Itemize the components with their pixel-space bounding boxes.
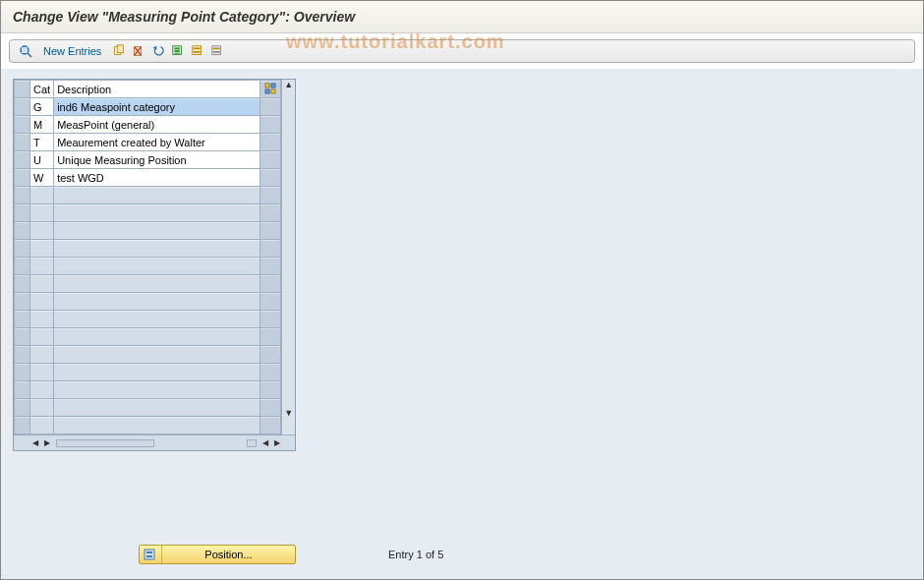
table-row-empty[interactable] (15, 258, 281, 275)
horizontal-scrollbar[interactable]: ◀ ▶ ◀ ▶ (14, 435, 295, 450)
detail-icon[interactable] (18, 43, 33, 59)
svg-rect-10 (175, 48, 180, 50)
row-selector[interactable] (15, 116, 30, 134)
table-row-empty[interactable] (15, 417, 281, 435)
page-title: Change View "Measuring Point Category": … (13, 9, 911, 25)
select-all-column-header[interactable] (15, 81, 30, 98)
new-entries-button[interactable]: New Entries (43, 45, 101, 57)
cell-description[interactable]: Meaurement created by Walter (54, 134, 260, 151)
svg-rect-4 (118, 45, 124, 53)
position-button[interactable]: Position... (139, 545, 296, 564)
scroll-left-icon[interactable]: ◀ (260, 438, 270, 447)
svg-rect-21 (265, 89, 269, 93)
delete-icon[interactable] (131, 43, 146, 59)
cell-description[interactable]: MeasPoint (general) (54, 116, 260, 134)
cell-description[interactable]: Unique Measuring Position (54, 151, 260, 169)
table-row-empty[interactable] (15, 381, 281, 399)
table-row-empty[interactable] (15, 399, 281, 417)
svg-rect-24 (146, 551, 152, 553)
header: Change View "Measuring Point Category": … (1, 1, 923, 33)
scroll-down-icon[interactable]: ▼ (282, 408, 295, 422)
table-row-empty[interactable] (15, 293, 281, 311)
content-area: Cat Description G ind6 Measpoint categor… (1, 69, 923, 580)
table-row[interactable]: W test WGD (15, 169, 281, 187)
toolbar: New Entries (9, 39, 915, 63)
copy-icon[interactable] (111, 43, 127, 59)
svg-rect-13 (193, 46, 202, 55)
column-header-cat[interactable]: Cat (30, 81, 54, 98)
svg-rect-25 (146, 555, 152, 557)
cell-cat[interactable]: W (30, 169, 54, 187)
table-row-empty[interactable] (15, 275, 281, 293)
table-row-empty[interactable] (15, 240, 281, 258)
row-selector[interactable] (15, 134, 30, 151)
table-row-empty[interactable] (15, 187, 281, 204)
svg-rect-22 (271, 89, 275, 93)
svg-rect-17 (213, 48, 220, 50)
cell-cat[interactable]: T (30, 134, 54, 151)
table-row-empty[interactable] (15, 346, 281, 364)
select-all-icon[interactable] (170, 43, 186, 59)
cell-description[interactable]: ind6 Measpoint category (54, 98, 260, 116)
scroll-right-icon[interactable]: ▶ (42, 438, 52, 447)
row-selector[interactable] (15, 98, 30, 116)
table-row[interactable]: M MeasPoint (general) (15, 116, 281, 134)
entry-count: Entry 1 of 5 (388, 549, 443, 560)
row-selector[interactable] (15, 151, 30, 169)
table-row-empty[interactable] (15, 311, 281, 328)
deselect-icon[interactable] (209, 43, 225, 59)
svg-rect-2 (22, 47, 28, 53)
table-settings-button[interactable] (260, 81, 281, 98)
svg-rect-16 (212, 46, 221, 55)
table-row[interactable]: T Meaurement created by Walter (15, 134, 281, 151)
row-selector[interactable] (15, 169, 30, 187)
cell-description[interactable]: test WGD (54, 169, 260, 187)
svg-rect-23 (144, 550, 154, 559)
svg-line-1 (28, 53, 31, 57)
scroll-left-icon[interactable]: ◀ (30, 438, 40, 447)
table: Cat Description G ind6 Measpoint categor… (13, 79, 296, 451)
svg-rect-19 (265, 84, 269, 87)
svg-rect-11 (175, 50, 180, 52)
table-row[interactable]: G ind6 Measpoint category (15, 98, 281, 116)
select-block-icon[interactable] (190, 43, 205, 59)
scroll-right-icon[interactable]: ▶ (272, 438, 282, 447)
position-label: Position... (162, 549, 295, 560)
table-header-row: Cat Description (15, 81, 281, 98)
undo-icon[interactable] (150, 43, 166, 59)
svg-rect-20 (271, 84, 275, 87)
cell-cat[interactable]: M (30, 116, 54, 134)
footer: Position... Entry 1 of 5 (139, 545, 443, 564)
scroll-up-icon[interactable]: ▲ (282, 80, 295, 93)
svg-rect-12 (175, 53, 180, 54)
cell-cat[interactable]: U (30, 151, 54, 169)
table-row[interactable]: U Unique Measuring Position (15, 151, 281, 169)
table-row-empty[interactable] (15, 222, 281, 240)
cell-cat[interactable]: G (30, 98, 54, 116)
svg-rect-14 (194, 48, 201, 50)
table-row-empty[interactable] (15, 204, 281, 222)
column-header-description[interactable]: Description (54, 81, 260, 98)
table-row-empty[interactable] (15, 364, 281, 381)
svg-rect-15 (194, 51, 201, 53)
position-icon (140, 546, 162, 563)
svg-rect-18 (213, 51, 220, 53)
vertical-scrollbar[interactable]: ▲ ▼ (281, 80, 295, 435)
table-row-empty[interactable] (15, 328, 281, 346)
